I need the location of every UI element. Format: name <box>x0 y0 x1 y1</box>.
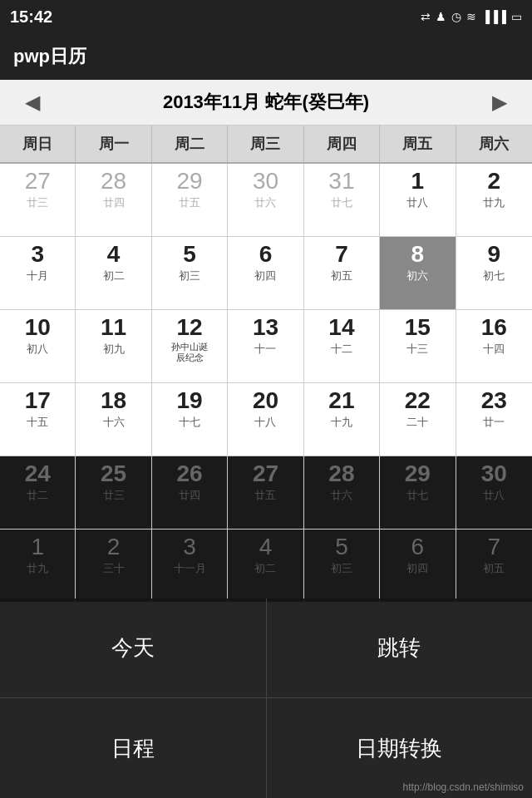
cal-cell-r5-c6[interactable]: 7初五 <box>456 530 532 603</box>
status-time: 15:42 <box>10 7 52 27</box>
month-nav: ◀ 2013年11月 蛇年(癸巳年) ▶ <box>0 80 532 126</box>
day-headers: 周日周一周二周三周四周五周六 <box>0 126 532 164</box>
cal-cell-r2-c2[interactable]: 12孙中山诞 辰纪念 <box>152 310 228 383</box>
cal-cell-r2-c3[interactable]: 13十一 <box>228 310 303 383</box>
day-header-6: 周六 <box>456 126 532 162</box>
cal-cell-r1-c6[interactable]: 9初七 <box>456 237 532 310</box>
cal-cell-r2-c0[interactable]: 10初八 <box>0 310 76 383</box>
day-number: 21 <box>328 388 354 414</box>
lunar-label: 初二 <box>254 562 276 575</box>
day-number: 27 <box>253 461 278 487</box>
day-number: 18 <box>101 388 126 414</box>
day-header-4: 周四 <box>304 126 380 162</box>
cal-cell-r4-c4[interactable]: 28廿六 <box>304 456 380 530</box>
title-bar: pwp日历 <box>0 33 532 80</box>
cal-cell-r5-c4[interactable]: 5初三 <box>304 530 380 603</box>
lunar-label: 廿六 <box>254 196 276 209</box>
day-number: 29 <box>176 169 202 195</box>
day-number: 1 <box>31 534 44 560</box>
cal-cell-r0-c5[interactable]: 1廿八 <box>380 164 456 237</box>
lunar-label: 十九 <box>331 416 352 429</box>
cal-cell-r2-c5[interactable]: 15十三 <box>380 310 456 383</box>
watermark: http://blog.csdn.net/shimiso <box>403 781 524 793</box>
bottom-overlay: 今天 跳转 日程 日期转换 <box>0 598 532 798</box>
cal-cell-r3-c3[interactable]: 20十八 <box>228 383 303 456</box>
day-number: 20 <box>253 388 278 414</box>
cal-cell-r2-c4[interactable]: 14十二 <box>304 310 380 383</box>
cal-cell-r1-c5[interactable]: 8初六 <box>380 237 456 310</box>
lunar-label: 廿四 <box>103 196 125 209</box>
cal-cell-r2-c1[interactable]: 11初九 <box>76 310 151 383</box>
day-number: 29 <box>405 461 431 487</box>
day-header-2: 周二 <box>152 126 228 162</box>
day-number: 24 <box>25 461 51 487</box>
cal-cell-r4-c0[interactable]: 24廿二 <box>0 456 76 530</box>
lunar-label: 初七 <box>483 269 505 283</box>
cal-cell-r4-c2[interactable]: 26廿四 <box>152 456 228 530</box>
day-number: 26 <box>176 461 202 487</box>
cal-cell-r3-c4[interactable]: 21十九 <box>304 383 380 456</box>
cal-cell-r5-c5[interactable]: 6初四 <box>380 530 456 603</box>
lunar-label: 三十 <box>103 562 125 575</box>
cal-cell-r5-c3[interactable]: 4初二 <box>228 530 303 603</box>
lunar-label: 廿一 <box>483 416 505 429</box>
day-number: 3 <box>183 534 196 560</box>
cal-cell-r4-c6[interactable]: 30廿八 <box>456 456 532 530</box>
cal-cell-r4-c1[interactable]: 25廿三 <box>76 456 151 530</box>
cal-cell-r2-c6[interactable]: 16十四 <box>456 310 532 383</box>
cal-cell-r4-c3[interactable]: 27廿五 <box>228 456 303 530</box>
day-number: 14 <box>328 315 354 341</box>
day-number: 31 <box>328 169 354 195</box>
cal-cell-r0-c2[interactable]: 29廿五 <box>152 164 228 237</box>
jump-button[interactable]: 跳转 <box>267 598 533 697</box>
cal-cell-r3-c0[interactable]: 17十五 <box>0 383 76 456</box>
day-number: 13 <box>253 315 278 341</box>
day-header-0: 周日 <box>0 126 76 162</box>
status-icons: ⇄ ♟ ◷ ≋ ▐▐▐ ▭ <box>421 10 522 23</box>
cal-cell-r1-c3[interactable]: 6初四 <box>228 237 303 310</box>
day-header-1: 周一 <box>76 126 151 162</box>
cal-cell-r0-c3[interactable]: 30廿六 <box>228 164 303 237</box>
prev-month-button[interactable]: ◀ <box>17 91 48 114</box>
bottom-row1: 今天 跳转 <box>0 598 532 698</box>
cal-cell-r5-c0[interactable]: 1廿九 <box>0 530 76 603</box>
today-button[interactable]: 今天 <box>0 598 267 697</box>
lunar-label: 初三 <box>179 269 200 283</box>
lunar-label: 廿九 <box>27 562 48 575</box>
holiday-label: 孙中山诞 辰纪念 <box>171 342 208 363</box>
day-number: 23 <box>481 388 507 414</box>
cal-cell-r1-c1[interactable]: 4初二 <box>76 237 151 310</box>
day-number: 6 <box>259 242 273 268</box>
lunar-label: 初八 <box>27 342 48 356</box>
cal-cell-r0-c4[interactable]: 31廿七 <box>304 164 380 237</box>
day-header-5: 周五 <box>380 126 456 162</box>
lunar-label: 初五 <box>483 562 505 575</box>
lunar-label: 初六 <box>406 269 428 283</box>
lunar-label: 廿五 <box>254 489 276 502</box>
usb-icon: ⇄ <box>421 10 431 23</box>
day-number: 22 <box>405 388 431 414</box>
cal-cell-r3-c1[interactable]: 18十六 <box>76 383 151 456</box>
cal-cell-r0-c6[interactable]: 2廿九 <box>456 164 532 237</box>
next-month-button[interactable]: ▶ <box>484 91 515 114</box>
cal-cell-r3-c5[interactable]: 22二十 <box>380 383 456 456</box>
cal-cell-r4-c5[interactable]: 29廿七 <box>380 456 456 530</box>
cal-cell-r5-c2[interactable]: 3十一月 <box>152 530 228 603</box>
cal-cell-r0-c1[interactable]: 28廿四 <box>76 164 151 237</box>
cal-cell-r1-c0[interactable]: 3十月 <box>0 237 76 310</box>
day-number: 3 <box>31 242 44 268</box>
cal-cell-r1-c2[interactable]: 5初三 <box>152 237 228 310</box>
month-title: 2013年11月 蛇年(癸巳年) <box>163 90 369 115</box>
lunar-label: 廿三 <box>27 196 48 209</box>
cal-cell-r0-c0[interactable]: 27廿三 <box>0 164 76 237</box>
cal-cell-r5-c1[interactable]: 2三十 <box>76 530 151 603</box>
day-number: 16 <box>481 315 507 341</box>
schedule-button[interactable]: 日程 <box>0 698 267 798</box>
day-number: 8 <box>411 242 425 268</box>
cal-cell-r3-c6[interactable]: 23廿一 <box>456 383 532 456</box>
lunar-label: 廿八 <box>406 196 428 209</box>
day-number: 19 <box>176 388 202 414</box>
status-bar: 15:42 ⇄ ♟ ◷ ≋ ▐▐▐ ▭ <box>0 0 532 33</box>
cal-cell-r3-c2[interactable]: 19十七 <box>152 383 228 456</box>
cal-cell-r1-c4[interactable]: 7初五 <box>304 237 380 310</box>
